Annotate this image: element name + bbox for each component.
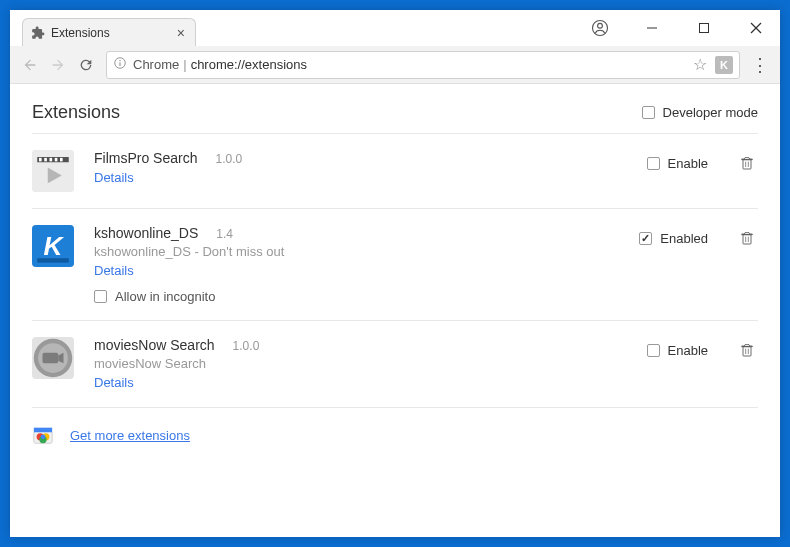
extension-icon	[32, 337, 74, 379]
page-content: Extensions Developer mode FilmsPro Searc…	[10, 84, 780, 537]
extensions-list: FilmsPro Search 1.0.0 Details Enable K k…	[32, 134, 758, 408]
extension-name: FilmsPro Search	[94, 150, 197, 166]
allow-incognito-toggle[interactable]: Allow in incognito	[94, 289, 619, 304]
extension-description: moviesNow Search	[94, 356, 627, 371]
enable-toggle[interactable]: Enabled	[639, 231, 708, 246]
developer-mode-checkbox[interactable]	[642, 106, 655, 119]
menu-button[interactable]: ⋮	[746, 51, 774, 79]
developer-mode-toggle[interactable]: Developer mode	[642, 105, 758, 120]
extension-version: 1.0.0	[233, 339, 260, 353]
svg-point-35	[41, 435, 46, 440]
toolbar: Chrome | chrome://extensions ☆ K ⋮	[10, 46, 780, 84]
svg-rect-13	[50, 158, 53, 162]
extension-icon	[32, 150, 74, 192]
enable-checkbox[interactable]	[647, 344, 660, 357]
tab-title: Extensions	[51, 26, 175, 40]
details-link[interactable]: Details	[94, 170, 134, 185]
remove-button[interactable]	[736, 339, 758, 361]
svg-rect-21	[37, 258, 69, 262]
details-link[interactable]: Details	[94, 375, 134, 390]
get-more-extensions-link[interactable]: Get more extensions	[70, 428, 190, 443]
extension-version: 1.4	[216, 227, 233, 241]
reload-button[interactable]	[72, 51, 100, 79]
info-icon	[113, 56, 127, 73]
extension-item: FilmsPro Search 1.0.0 Details Enable	[32, 134, 758, 209]
svg-rect-10	[37, 157, 69, 162]
extension-name: moviesNow Search	[94, 337, 215, 353]
page-title: Extensions	[32, 102, 642, 123]
enable-toggle[interactable]: Enable	[647, 156, 708, 171]
extension-badge-icon[interactable]: K	[715, 56, 733, 74]
active-tab[interactable]: Extensions ×	[22, 18, 196, 46]
extension-version: 1.0.0	[215, 152, 242, 166]
extension-item: K kshowonline_DS 1.4 kshowonline_DS - Do…	[32, 209, 758, 321]
browser-window: Extensions ×	[10, 10, 780, 537]
remove-button[interactable]	[736, 152, 758, 174]
svg-text:K: K	[44, 231, 65, 261]
remove-button[interactable]	[736, 227, 758, 249]
svg-point-1	[598, 23, 603, 28]
extension-name: kshowonline_DS	[94, 225, 198, 241]
extension-item: moviesNow Search 1.0.0 moviesNow Search …	[32, 321, 758, 408]
svg-rect-26	[43, 353, 59, 364]
svg-point-7	[119, 60, 120, 61]
get-more-extensions: Get more extensions	[32, 424, 758, 446]
enable-checkbox[interactable]	[639, 232, 652, 245]
svg-rect-14	[55, 158, 58, 162]
address-url: chrome://extensions	[191, 57, 307, 72]
minimize-button[interactable]	[632, 14, 672, 42]
bookmark-icon[interactable]: ☆	[689, 55, 711, 74]
maximize-button[interactable]	[684, 14, 724, 42]
titlebar: Extensions ×	[10, 10, 780, 46]
incognito-checkbox[interactable]	[94, 290, 107, 303]
close-window-button[interactable]	[736, 14, 776, 42]
address-bar[interactable]: Chrome | chrome://extensions ☆ K	[106, 51, 740, 79]
forward-button[interactable]	[44, 51, 72, 79]
back-button[interactable]	[16, 51, 44, 79]
svg-rect-11	[39, 158, 42, 162]
account-icon[interactable]	[580, 14, 620, 42]
extension-icon: K	[32, 225, 74, 267]
svg-rect-15	[60, 158, 63, 162]
svg-rect-12	[44, 158, 47, 162]
enable-checkbox[interactable]	[647, 157, 660, 170]
svg-rect-31	[34, 428, 52, 433]
extension-description: kshowonline_DS - Don't miss out	[94, 244, 619, 259]
tab-close-button[interactable]: ×	[175, 25, 187, 41]
puzzle-icon	[31, 26, 45, 40]
page-header: Extensions Developer mode	[32, 102, 758, 134]
enable-toggle[interactable]: Enable	[647, 343, 708, 358]
svg-rect-3	[700, 24, 709, 33]
address-scheme: Chrome	[133, 57, 179, 72]
details-link[interactable]: Details	[94, 263, 134, 278]
webstore-icon	[32, 424, 54, 446]
